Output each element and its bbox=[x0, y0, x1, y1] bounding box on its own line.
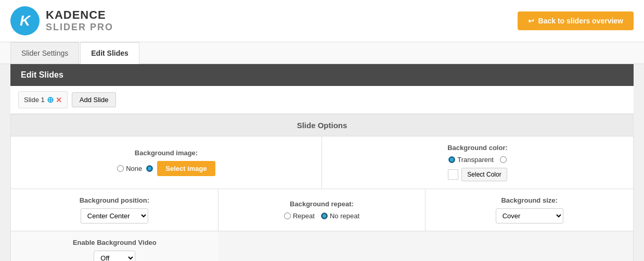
repeat-label: Repeat bbox=[293, 212, 315, 220]
bg-position-label: Background position: bbox=[80, 196, 149, 204]
tab-slider-settings[interactable]: Slider Settings bbox=[10, 42, 79, 64]
bg-size-label: Background size: bbox=[501, 196, 557, 204]
bg-repeat-label: Background repeat: bbox=[290, 200, 354, 208]
option-row-video: Enable Background Video Off On bbox=[11, 231, 633, 261]
slide-1-label: Slide 1 bbox=[24, 96, 45, 104]
background-repeat-cell: Background repeat: Repeat No repeat bbox=[218, 189, 426, 231]
slide-options-header: Slide Options bbox=[11, 115, 633, 136]
tab-edit-slides[interactable]: Edit Slides bbox=[80, 42, 139, 64]
brand-subtitle: SLIDER PRO bbox=[46, 22, 113, 33]
bg-image-label: Background image: bbox=[135, 149, 198, 157]
brand-name: KADENCE bbox=[46, 9, 113, 21]
background-position-cell: Background position: Center Center Top L… bbox=[11, 189, 218, 231]
bg-image-radio[interactable] bbox=[146, 165, 153, 172]
bg-none-radio[interactable] bbox=[117, 165, 124, 172]
no-repeat-radio[interactable] bbox=[321, 213, 328, 219]
bg-video-select[interactable]: Off On bbox=[94, 251, 135, 261]
bg-size-select[interactable]: Cover Contain Auto bbox=[496, 208, 563, 223]
slide-tabs-bar: Slide 1 ⊕ ✕ Add Slide bbox=[10, 86, 634, 114]
transparent-radio[interactable] bbox=[448, 156, 455, 163]
logo-text: KADENCE SLIDER PRO bbox=[46, 9, 113, 32]
transparent-option: Transparent bbox=[448, 156, 494, 164]
bg-image-option bbox=[146, 165, 153, 172]
transparent-label: Transparent bbox=[457, 156, 494, 164]
background-size-cell: Background size: Cover Contain Auto bbox=[426, 189, 633, 231]
option-row-bg-image-color: Background image: None Select image Back… bbox=[11, 136, 633, 189]
section-title: Edit Slides bbox=[21, 70, 63, 79]
repeat-radio[interactable] bbox=[284, 213, 291, 219]
enable-bg-video-cell: Enable Background Video Off On bbox=[11, 231, 218, 261]
slide-options-panel: Slide Options Background image: None Sel… bbox=[10, 114, 634, 261]
background-image-cell: Background image: None Select image bbox=[11, 136, 322, 189]
color-pick-option bbox=[500, 156, 507, 163]
bg-color-label: Background color: bbox=[447, 144, 508, 152]
add-slide-button[interactable]: Add Slide bbox=[72, 92, 117, 107]
back-btn-label: Back to sliders overview bbox=[538, 17, 623, 25]
color-swatch[interactable] bbox=[448, 169, 458, 180]
bg-video-label: Enable Background Video bbox=[73, 239, 157, 246]
color-radios: Transparent bbox=[448, 156, 507, 164]
color-controls: Transparent Select Color bbox=[448, 156, 507, 181]
bg-image-controls: None Select image bbox=[117, 161, 215, 176]
repeat-radio-group: Repeat No repeat bbox=[284, 212, 359, 220]
slide-1-tab[interactable]: Slide 1 ⊕ ✕ bbox=[18, 91, 68, 108]
repeat-option: Repeat bbox=[284, 212, 315, 220]
logo-icon: K bbox=[10, 6, 40, 35]
bg-position-select[interactable]: Center Center Top Left Top Center Top Ri… bbox=[81, 208, 148, 223]
slide-plus-icon[interactable]: ⊕ bbox=[47, 95, 54, 105]
bg-none-label: None bbox=[126, 165, 142, 172]
select-image-button[interactable]: Select image bbox=[157, 161, 215, 176]
select-color-button[interactable]: Select Color bbox=[461, 168, 507, 181]
back-to-sliders-button[interactable]: ↩ Back to sliders overview bbox=[518, 11, 634, 30]
back-arrow-icon: ↩ bbox=[528, 17, 534, 25]
background-color-cell: Background color: Transparent Select bbox=[322, 136, 633, 189]
section-header: Edit Slides bbox=[10, 64, 634, 86]
option-row-position-repeat-size: Background position: Center Center Top L… bbox=[11, 189, 633, 231]
color-swatch-area: Select Color bbox=[448, 168, 507, 181]
no-repeat-label: No repeat bbox=[330, 212, 359, 220]
color-pick-radio[interactable] bbox=[500, 156, 507, 163]
tabs-bar: Slider Settings Edit Slides bbox=[0, 42, 644, 64]
main-content: Edit Slides Slide 1 ⊕ ✕ Add Slide Slide … bbox=[0, 64, 644, 261]
slide-close-icon[interactable]: ✕ bbox=[56, 96, 62, 104]
logo-area: K KADENCE SLIDER PRO bbox=[10, 6, 113, 35]
no-repeat-option: No repeat bbox=[321, 212, 359, 220]
bg-none-option: None bbox=[117, 165, 142, 172]
header: K KADENCE SLIDER PRO ↩ Back to sliders o… bbox=[0, 0, 644, 42]
